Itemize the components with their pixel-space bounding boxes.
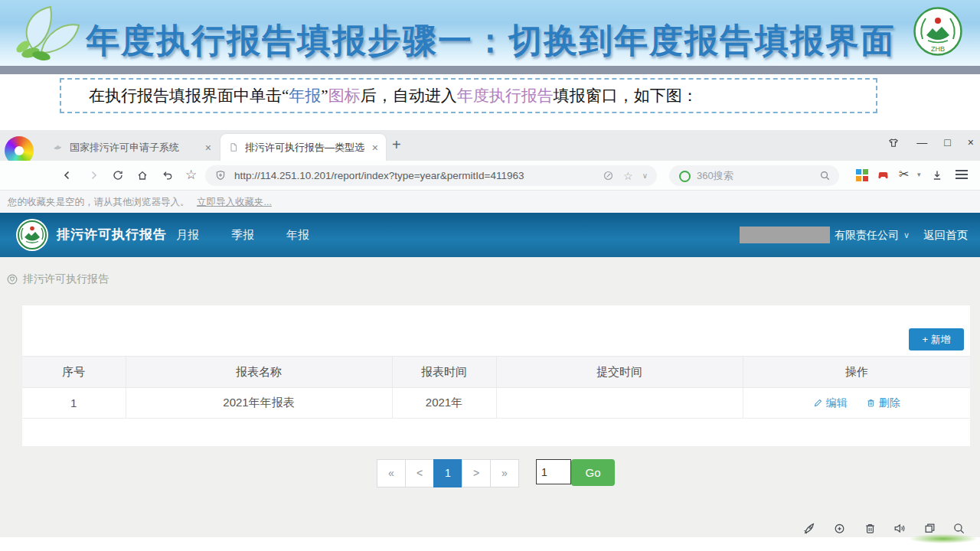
- bookmark-bar: 您的收藏夹是空的，请从其他浏览器导入。 立即导入收藏夹...: [0, 190, 980, 213]
- page-next-button[interactable]: >: [462, 459, 491, 487]
- new-tab-button[interactable]: +: [392, 136, 401, 154]
- edit-label: 编辑: [826, 396, 848, 410]
- tab-permit-system[interactable]: 国家排污许可申请子系统 ×: [44, 134, 219, 161]
- page-content: 排污许可执行报告 + 新增 序号 报表名称 报表时间 提交时间 操作: [0, 257, 980, 551]
- cell-report-period: 2021年: [392, 388, 496, 419]
- report-table: 序号 报表名称 报表时间 提交时间 操作 1 2021年年报表 2021年: [22, 356, 970, 419]
- tab2-page-icon: [228, 142, 239, 153]
- cell-index: 1: [22, 388, 126, 419]
- tab-close-icon[interactable]: ×: [372, 142, 378, 154]
- instruction-seg: 在执行报告填报界面中单击“: [89, 86, 289, 105]
- table-header-row: 序号 报表名称 报表时间 提交时间 操作: [22, 357, 970, 388]
- bookmark-notice: 您的收藏夹是空的，请从其他浏览器导入。: [8, 197, 190, 207]
- browser-window: 国家排污许可申请子系统 × 排污许可执行报告—类型选择 × + — □ × 立即…: [0, 130, 980, 551]
- reader-mode-icon[interactable]: [603, 170, 614, 181]
- address-bar-actions: ☆ ∨: [603, 165, 648, 186]
- svg-text:ZHB: ZHB: [931, 45, 945, 53]
- maximize-button[interactable]: □: [944, 136, 950, 148]
- minimize-button[interactable]: —: [916, 136, 927, 148]
- theme-shirt-icon[interactable]: [887, 137, 900, 148]
- tab-title: 排污许可执行报告—类型选择: [245, 141, 364, 155]
- col-header-period: 报表时间: [392, 357, 496, 388]
- nav-quarterly-report[interactable]: 季报: [231, 213, 254, 257]
- col-header-index: 序号: [22, 357, 126, 388]
- page-number-input[interactable]: [536, 459, 571, 484]
- delete-label: 删除: [879, 396, 900, 410]
- address-dropdown-icon[interactable]: ∨: [642, 171, 648, 180]
- delete-link[interactable]: 删除: [866, 396, 900, 410]
- cell-submit-time: [496, 388, 743, 419]
- scissors-dropdown-icon[interactable]: ▾: [917, 171, 921, 178]
- download-icon[interactable]: [931, 169, 943, 181]
- col-header-actions: 操作: [743, 357, 970, 388]
- instruction-seg: 后，自动进入: [361, 86, 457, 105]
- home-icon[interactable]: [136, 169, 149, 181]
- close-button[interactable]: ×: [968, 136, 974, 148]
- boost-rocket-icon[interactable]: [802, 522, 815, 535]
- bookmark-star-icon[interactable]: ☆: [623, 170, 633, 182]
- pagination: « < 1 > » Go: [377, 459, 615, 487]
- window-controls: — □ ×: [887, 136, 974, 148]
- speed-ball-glow: [910, 534, 977, 543]
- windows-layout-icon[interactable]: [923, 522, 936, 535]
- go-button[interactable]: Go: [571, 459, 615, 486]
- page-prev-button[interactable]: <: [405, 459, 434, 487]
- tab-report-type-select[interactable]: 排污许可执行报告—类型选择 ×: [220, 134, 386, 161]
- trash-icon[interactable]: [864, 522, 877, 535]
- tab1-dove-icon: [52, 142, 64, 153]
- games-icon[interactable]: [876, 169, 888, 181]
- back-icon[interactable]: [61, 169, 74, 181]
- browser-toolbar: ☆ http://114.251.10.201/report/index?typ…: [0, 161, 980, 190]
- col-header-submitted: 提交时间: [496, 357, 743, 388]
- company-suffix[interactable]: 有限责任公司: [835, 213, 899, 257]
- site-emblem-icon: [15, 218, 49, 252]
- tab-close-icon[interactable]: ×: [205, 142, 211, 154]
- table-row: 1 2021年年报表 2021年 编辑: [22, 388, 970, 419]
- instruction-seg: ”: [321, 86, 328, 105]
- page-first-button[interactable]: «: [377, 459, 406, 487]
- breadcrumb: 排污许可执行报告: [6, 272, 109, 286]
- site-header: 排污许可执行报告 月报 季报 年报 有限责任公司 ∨ 返回首页: [0, 213, 980, 257]
- nav-monthly-report[interactable]: 月报: [176, 213, 199, 257]
- edit-link[interactable]: 编辑: [813, 396, 848, 410]
- add-new-button[interactable]: + 新增: [909, 328, 964, 350]
- return-home-link[interactable]: 返回首页: [923, 213, 968, 257]
- instruction-seg-report: 年度执行报告: [457, 86, 554, 105]
- report-panel: + 新增 序号 报表名称 报表时间 提交时间 操作: [21, 305, 971, 447]
- undo-icon[interactable]: [161, 169, 173, 181]
- screenshot-scissors-icon[interactable]: ✂: [899, 167, 909, 181]
- page-title: 年度执行报告填报步骤一：切换到年度报告填报界面: [86, 18, 896, 64]
- banner-divider: [0, 66, 980, 74]
- tab-title: 国家排污许可申请子系统: [70, 141, 198, 155]
- page-1-button[interactable]: 1: [433, 459, 462, 487]
- import-bookmarks-link[interactable]: 立即导入收藏夹...: [197, 197, 272, 207]
- instruction-seg-annual: 年报: [289, 86, 321, 105]
- volume-icon[interactable]: [893, 522, 906, 535]
- forward-icon[interactable]: [87, 169, 100, 181]
- url-text: http://114.251.10.201/report/index?type=…: [234, 165, 524, 186]
- instruction-seg-icon-word: 图标: [328, 86, 361, 105]
- refresh-icon[interactable]: [112, 169, 124, 181]
- breadcrumb-badge-icon: [6, 273, 18, 285]
- search-icon[interactable]: [819, 170, 831, 182]
- shield-icon: [214, 169, 227, 181]
- favorites-star-icon[interactable]: ☆: [185, 167, 197, 183]
- history-icon[interactable]: [833, 522, 846, 535]
- leaf-logo-icon: [6, 2, 83, 65]
- tab-strip: 国家排污许可申请子系统 × 排污许可执行报告—类型选择 × + — □ × 立即…: [0, 130, 980, 161]
- instruction-box: 在执行报告填报界面中单击“年报”图标后，自动进入年度执行报告填报窗口，如下图：: [60, 78, 877, 113]
- apps-grid-icon[interactable]: [856, 169, 868, 181]
- find-magnifier-icon[interactable]: [952, 522, 965, 535]
- instruction-text: 在执行报告填报界面中单击“年报”图标后，自动进入年度执行报告填报窗口，如下图：: [89, 86, 698, 105]
- cell-report-name: 2021年年报表: [126, 388, 392, 419]
- status-strip: [0, 537, 980, 551]
- company-name-redacted: [740, 227, 830, 243]
- nav-annual-report[interactable]: 年报: [286, 213, 309, 257]
- company-dropdown-icon[interactable]: ∨: [903, 213, 910, 257]
- menu-icon[interactable]: [956, 170, 968, 181]
- search-placeholder: 360搜索: [697, 165, 733, 186]
- address-bar[interactable]: http://114.251.10.201/report/index?type=…: [205, 165, 657, 186]
- page-last-button[interactable]: »: [490, 459, 519, 487]
- slide: 年度执行报告填报步骤一：切换到年度报告填报界面 ZHB 在执行报告填报界面中单击…: [0, 0, 980, 551]
- search-box[interactable]: 360搜索: [669, 165, 839, 186]
